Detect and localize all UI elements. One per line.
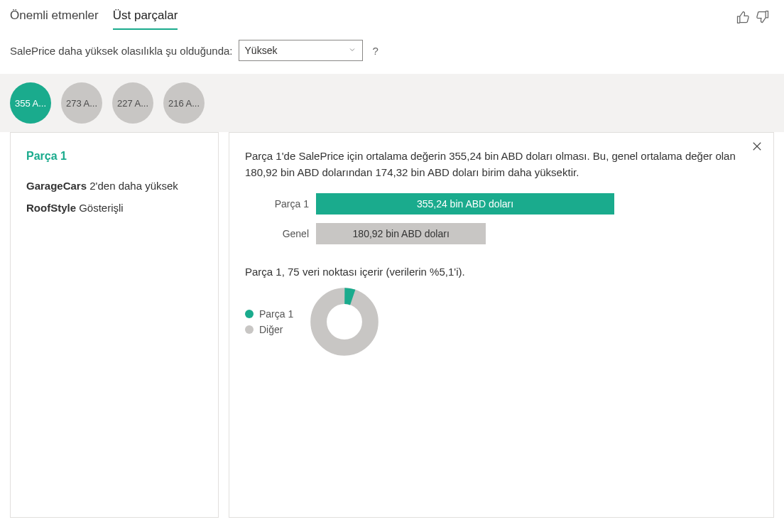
filter-row: SalePrice daha yüksek olasılıkla şu oldu… bbox=[0, 30, 784, 74]
bar-label-overall: Genel bbox=[245, 228, 309, 239]
condition-line: RoofStyle Gösterişli bbox=[26, 202, 202, 214]
condition-desc: 2'den daha yüksek bbox=[89, 180, 178, 192]
segment-insight-card: Parça 1'de SalePrice için ortalama değer… bbox=[229, 132, 774, 518]
legend-item-segment: Parça 1 bbox=[245, 308, 293, 320]
bar-row-segment: Parça 1 355,24 bin ABD doları bbox=[245, 193, 758, 215]
condition-desc: Gösterişli bbox=[79, 202, 124, 214]
feedback-buttons bbox=[736, 10, 770, 26]
segment-chip-3[interactable]: 227 A... bbox=[112, 82, 153, 124]
segment-chip-2[interactable]: 273 A... bbox=[61, 82, 102, 124]
condition-field: GarageCars bbox=[26, 180, 87, 192]
bar-row-overall: Genel 180,92 bin ABD doları bbox=[245, 223, 758, 244]
help-icon[interactable]: ? bbox=[369, 45, 383, 57]
tab-key-influencers[interactable]: Önemli etmenler bbox=[10, 6, 99, 30]
legend-dot-icon bbox=[245, 310, 254, 318]
legend-label-segment: Parça 1 bbox=[259, 308, 293, 320]
donut-chart bbox=[310, 288, 379, 356]
condition-field: RoofStyle bbox=[26, 202, 76, 214]
donut-section: Parça 1 Diğer bbox=[245, 288, 758, 356]
thumbs-down-icon[interactable] bbox=[756, 10, 770, 26]
close-icon[interactable] bbox=[751, 140, 763, 155]
bar-chart: Parça 1 355,24 bin ABD doları Genel 180,… bbox=[245, 193, 758, 244]
filter-prompt: SalePrice daha yüksek olasılıkla şu oldu… bbox=[10, 45, 233, 57]
chevron-down-icon bbox=[348, 45, 356, 56]
segment-title: Parça 1 bbox=[26, 150, 202, 163]
filter-dropdown-value: Yüksek bbox=[245, 45, 278, 56]
svg-point-4 bbox=[330, 307, 359, 336]
legend-dot-icon bbox=[245, 325, 254, 334]
legend-label-other: Diğer bbox=[259, 324, 283, 335]
tabs: Önemli etmenler Üst parçalar bbox=[10, 6, 178, 30]
thumbs-up-icon[interactable] bbox=[736, 10, 750, 26]
bar-segment-value: 355,24 bin ABD doları bbox=[417, 198, 513, 210]
segment-chip-1[interactable]: 355 A... bbox=[10, 82, 51, 124]
tab-top-segments[interactable]: Üst parçalar bbox=[113, 6, 178, 30]
summary-text: Parça 1'de SalePrice için ortalama değer… bbox=[245, 148, 756, 180]
bar-overall: 180,92 bin ABD doları bbox=[316, 223, 486, 244]
bar-label-segment: Parça 1 bbox=[245, 198, 309, 210]
bar-segment: 355,24 bin ABD doları bbox=[316, 193, 614, 215]
condition-line: GarageCars 2'den daha yüksek bbox=[26, 180, 202, 192]
legend-item-other: Diğer bbox=[245, 324, 293, 335]
segment-chips: 355 A... 273 A... 227 A... 216 A... bbox=[0, 74, 784, 132]
bar-overall-value: 180,92 bin ABD doları bbox=[353, 228, 450, 239]
donut-legend: Parça 1 Diğer bbox=[245, 308, 293, 335]
donut-caption: Parça 1, 75 veri noktası içerir (veriler… bbox=[245, 266, 758, 278]
filter-dropdown[interactable]: Yüksek bbox=[239, 40, 363, 61]
segment-details-card: Parça 1 GarageCars 2'den daha yüksek Roo… bbox=[10, 132, 219, 518]
segment-chip-4[interactable]: 216 A... bbox=[163, 82, 205, 124]
